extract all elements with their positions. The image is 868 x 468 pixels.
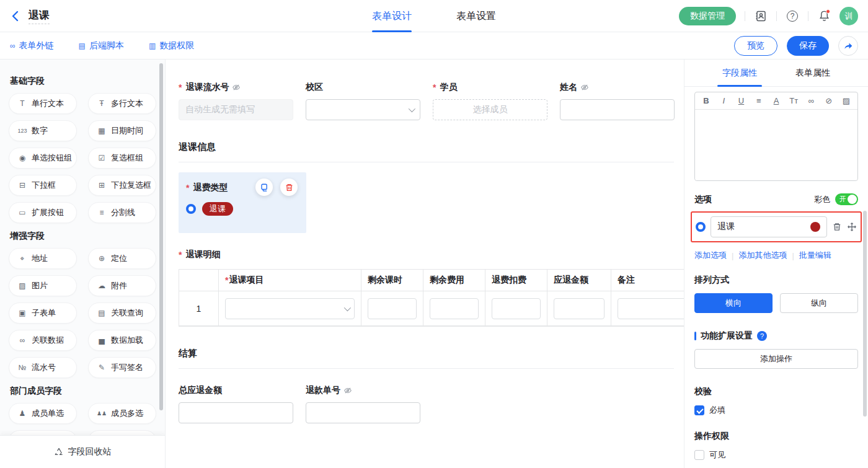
field-label: 姓名: [560, 82, 675, 93]
checkbox-row-可见[interactable]: 可见: [694, 449, 858, 461]
form-field-校区[interactable]: 校区: [306, 82, 420, 120]
option-value-input[interactable]: 退课: [711, 216, 827, 237]
field-input[interactable]: 自动生成无需填写: [179, 99, 293, 120]
field-pill-单选按钮组[interactable]: ◉单选按钮组: [9, 148, 77, 169]
panel-scrollbar[interactable]: [863, 211, 867, 417]
field-pill-附件[interactable]: ☁附件: [88, 275, 156, 296]
field-pill-手写签名[interactable]: ✎手写签名: [88, 357, 156, 378]
selected-field-refund-type[interactable]: 退费类型 退课: [179, 172, 306, 233]
save-button[interactable]: 保存: [787, 36, 829, 56]
field-pill-成员单选[interactable]: ♟成员单选: [9, 403, 77, 424]
font-color-icon[interactable]: A: [769, 96, 784, 105]
arrange-纵向[interactable]: 纵向: [780, 293, 858, 313]
table-cell-input[interactable]: [554, 298, 604, 319]
table-cell-select[interactable]: [225, 298, 355, 319]
extension-help-icon[interactable]: ?: [757, 331, 767, 341]
field-pill-流水号[interactable]: №流水号: [9, 357, 77, 378]
field-input[interactable]: [306, 402, 420, 423]
field-pill-定位[interactable]: ⊕定位: [88, 248, 156, 269]
arrange-横向[interactable]: 横向: [694, 293, 773, 313]
insert-image-icon[interactable]: ▨: [839, 96, 854, 105]
form-field-姓名[interactable]: 姓名: [560, 82, 675, 120]
back-icon[interactable]: [10, 11, 25, 22]
radio-selected[interactable]: [186, 204, 196, 214]
option-tag[interactable]: 退课: [202, 202, 233, 216]
table-cell-input[interactable]: [368, 298, 417, 319]
copy-field-button[interactable]: [255, 179, 273, 196]
field-pill-地址[interactable]: ⌖地址: [9, 248, 77, 269]
option-delete-icon[interactable]: [832, 222, 842, 232]
field-pill-数据加载[interactable]: ▅数据加载: [88, 330, 156, 351]
field-pill-扩展按钮[interactable]: ▭扩展按钮: [9, 202, 77, 223]
form-design-canvas[interactable]: 退课流水号自动生成无需填写校区学员选择成员姓名 退课信息 退费类型 退课: [166, 60, 684, 468]
field-pill-数字[interactable]: 123数字: [9, 120, 77, 141]
page-title[interactable]: 退课: [29, 8, 50, 24]
table-cell-input[interactable]: [618, 298, 684, 319]
field-pill-子表单[interactable]: ▣子表单: [9, 302, 77, 324]
tab-表单设置[interactable]: 表单设置: [456, 0, 496, 32]
field-pill-图片[interactable]: ▨图片: [9, 275, 77, 296]
underline-icon[interactable]: U: [734, 96, 749, 105]
delete-field-button[interactable]: [280, 179, 298, 196]
preview-button[interactable]: 预览: [734, 36, 777, 56]
checkbox-checked[interactable]: [694, 405, 704, 415]
avatar[interactable]: 训: [839, 7, 858, 25]
sidebar-scrollbar[interactable]: [159, 63, 163, 410]
share-button[interactable]: [838, 36, 858, 56]
toolbar-link-后端脚本[interactable]: ▤后端脚本: [79, 40, 124, 51]
field-pill-多行文本[interactable]: Ŧ多行文本: [88, 93, 156, 114]
address-book-icon[interactable]: [754, 9, 768, 23]
checkbox-row-必填[interactable]: 必填: [694, 405, 858, 416]
field-pill-复选框组[interactable]: ☑复选框组: [88, 148, 156, 169]
option-row-highlighted[interactable]: 退课: [691, 211, 862, 242]
panel-tab-字段属性[interactable]: 字段属性: [722, 60, 757, 87]
field-pill-日期时间[interactable]: ▦日期时间: [88, 120, 156, 141]
field-pill-成员多选[interactable]: ♟♟成员多选: [88, 403, 156, 424]
unlink-icon[interactable]: ⊘: [822, 96, 836, 105]
option-rich-text-editor[interactable]: BIU≡ATт∞⊘▨: [694, 92, 858, 181]
extend-button-icon: ▭: [17, 208, 27, 217]
option-color-swatch[interactable]: [810, 222, 820, 232]
detail-table[interactable]: 退课项目剩余课时剩余费用退费扣费应退金额备注1: [179, 269, 684, 327]
color-toggle[interactable]: 开: [835, 193, 858, 205]
field-pill-单行文本[interactable]: T单行文本: [9, 93, 77, 114]
option-drag-icon[interactable]: [847, 222, 857, 232]
field-input[interactable]: [179, 402, 293, 423]
option-link-添加其他选项[interactable]: 添加其他选项: [738, 250, 787, 261]
tab-表单设计[interactable]: 表单设计: [372, 0, 412, 32]
notification-bell-icon[interactable]: [817, 9, 831, 23]
field-pill-下拉复选框[interactable]: ⊞下拉复选框: [88, 175, 156, 196]
help-icon[interactable]: ?: [786, 9, 799, 23]
form-field-退课流水号[interactable]: 退课流水号自动生成无需填写: [179, 82, 293, 120]
add-action-button[interactable]: 添加操作: [694, 349, 858, 369]
rich-text-area[interactable]: [695, 110, 857, 180]
bold-icon[interactable]: B: [699, 96, 714, 105]
field-recycle-bin[interactable]: 字段回收站: [0, 435, 165, 468]
option-link-批量编辑[interactable]: 批量编辑: [799, 250, 831, 261]
toolbar-link-数据权限[interactable]: ▥数据权限: [149, 40, 194, 51]
field-pill-分割线[interactable]: ≡分割线: [88, 202, 156, 223]
field-input[interactable]: [560, 99, 675, 120]
data-manage-button[interactable]: 数据管理: [679, 7, 736, 25]
table-cell-input[interactable]: [492, 298, 541, 319]
field-pill-下拉框[interactable]: ⊟下拉框: [9, 175, 77, 196]
toolbar-link-表单外链[interactable]: ∞表单外链: [10, 40, 54, 51]
link-icon[interactable]: ∞: [804, 96, 819, 105]
form-field-总应退金额[interactable]: 总应退金额: [179, 385, 293, 423]
table-col-应退金额: 应退金额: [547, 270, 611, 291]
toggle-state-label: 开: [839, 195, 846, 204]
option-radio[interactable]: [696, 222, 706, 232]
checkbox-unchecked[interactable]: [694, 450, 704, 460]
table-cell-input[interactable]: [430, 298, 479, 319]
field-select[interactable]: [306, 99, 420, 120]
option-link-添加选项[interactable]: 添加选项: [694, 250, 727, 261]
italic-icon[interactable]: I: [716, 96, 731, 105]
field-pill-关联查询[interactable]: ▤关联查询: [88, 302, 156, 324]
form-field-学员[interactable]: 学员选择成员: [433, 82, 547, 120]
panel-tab-表单属性[interactable]: 表单属性: [795, 60, 830, 87]
member-picker-button[interactable]: 选择成员: [433, 99, 547, 120]
font-size-icon[interactable]: Tт: [786, 96, 801, 105]
form-field-退款单号[interactable]: 退款单号: [306, 385, 420, 423]
field-pill-关联数据[interactable]: ∞关联数据: [9, 330, 77, 351]
align-icon[interactable]: ≡: [751, 96, 766, 105]
